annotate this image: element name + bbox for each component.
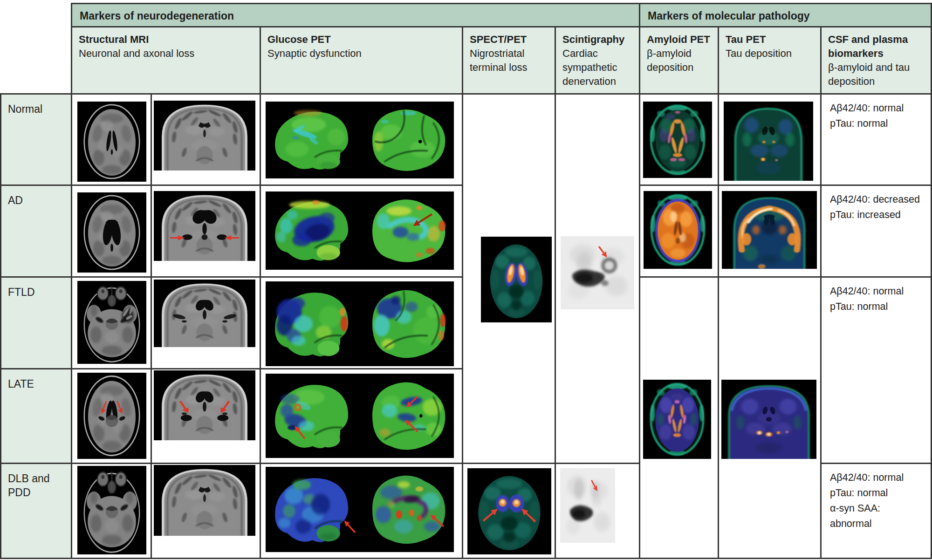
row-label-dlb-pdd: DLB and PDD [0, 463, 72, 559]
group-header-molecular-pathology: Markers of molecular pathology [639, 3, 932, 27]
csf-line: Aβ42/40: normal [830, 284, 922, 299]
column-header-scintigraphy: Scintigraphy Cardiac sympathetic denerva… [555, 26, 640, 95]
csf-line: pTau: increased [830, 207, 922, 223]
row-label-text: FTLD [8, 286, 35, 298]
csf-value-dlb: Aβ42/40: normal pTau: normal α-syn SAA: … [820, 463, 932, 559]
mri-axial-scan-ftld [77, 281, 146, 364]
column-header-csf-plasma: CSF and plasma biomarkers β-amyloid and … [820, 26, 932, 95]
csf-value-normal: Aβ42/40: normal pTau: normal [820, 93, 932, 186]
tau-pet-scan-late [721, 380, 816, 459]
column-header-structural-mri: Structural MRI Neuronal and axonal loss [71, 26, 261, 95]
amyloid-pet-scan-normal [643, 102, 712, 178]
mri-coronal-scan-normal [154, 101, 255, 171]
csf-line: pTau: normal [830, 485, 922, 501]
column-subtitle: β-amyloid deposition [647, 47, 711, 75]
mri-coronal-scan-ad [154, 191, 255, 261]
row-label-normal: Normal [0, 93, 72, 186]
row-label-text: AD [8, 194, 23, 206]
glucose-pet-scan-normal [266, 102, 454, 178]
column-title: Amyloid PET [647, 33, 711, 47]
group-header-neurodegeneration-label: Markers of neurodegeneration [80, 10, 234, 22]
column-header-amyloid-pet: Amyloid PET β-amyloid deposition [639, 26, 719, 95]
mri-coronal-scan-late [154, 370, 255, 440]
csf-line: α-syn SAA: abnormal [830, 501, 922, 532]
column-title: CSF and plasma biomarkers [828, 33, 924, 61]
column-title: Structural MRI [79, 33, 253, 47]
column-title: Scintigraphy [562, 33, 632, 47]
row-label-text: LATE [8, 378, 34, 390]
dat-spect-scan-dlb [467, 468, 551, 554]
csf-line: Aβ42/40: normal [830, 101, 922, 116]
group-header-neurodegeneration: Markers of neurodegeneration [71, 3, 640, 27]
column-subtitle: Nigrostriatal terminal loss [470, 47, 548, 75]
tau-pet-scan-normal [724, 102, 813, 181]
row-label-late: LATE [0, 368, 72, 464]
glucose-pet-scan-dlb [266, 467, 454, 552]
column-title: Tau PET [726, 33, 814, 47]
group-header-molecular-pathology-label: Markers of molecular pathology [648, 10, 810, 22]
mibg-scan-dlb [560, 468, 615, 543]
mri-axial-scan-normal [77, 102, 146, 182]
column-header-spect-pet: SPECT/PET Nigrostriatal terminal loss [462, 26, 556, 95]
csf-line: Aβ42/40: decreased [830, 192, 922, 207]
csf-line: Aβ42/40: normal [830, 470, 922, 485]
row-label-text: DLB and PDD [8, 472, 50, 499]
mri-axial-scan-late [77, 373, 146, 459]
column-subtitle: Synaptic dysfunction [267, 47, 455, 61]
amyloid-pet-scan-late [643, 380, 711, 459]
row-label-ftld: FTLD [0, 276, 72, 369]
column-title: Glucose PET [267, 33, 455, 47]
figure-dementia-imaging-table: Markers of neurodegeneration Markers of … [0, 0, 932, 560]
column-subtitle: Tau deposition [726, 47, 814, 61]
mri-axial-scan-dlb [77, 466, 146, 554]
column-subtitle: Neuronal and axonal loss [79, 47, 253, 61]
mri-coronal-scan-dlb [154, 465, 255, 536]
mibg-scan-normal [561, 236, 634, 309]
column-header-glucose-pet: Glucose PET Synaptic dysfunction [260, 26, 463, 95]
dat-spect-scan-normal [481, 237, 552, 322]
amyloid-pet-scan-ad [644, 191, 712, 269]
csf-line: pTau: normal [830, 299, 922, 314]
csf-value-ad: Aβ42/40: decreased pTau: increased [820, 184, 932, 278]
row-label-ad: AD [0, 184, 72, 278]
glucose-pet-scan-late [266, 374, 454, 458]
glucose-pet-scan-ad [266, 191, 454, 270]
column-title: SPECT/PET [470, 33, 548, 47]
csf-line: pTau: normal [830, 116, 922, 131]
mri-coronal-scan-ftld [154, 280, 255, 347]
tau-pet-scan-ad [722, 191, 817, 269]
csf-value-ftld-late: Aβ42/40: normal pTau: normal [820, 276, 932, 464]
mri-axial-scan-ad [77, 192, 146, 273]
column-header-tau-pet: Tau PET Tau deposition [718, 26, 822, 95]
column-subtitle: Cardiac sympathetic denervation [562, 47, 632, 89]
column-subtitle: β-amyloid and tau deposition [828, 61, 924, 89]
row-label-text: Normal [8, 103, 42, 115]
glucose-pet-scan-ftld [266, 281, 454, 366]
